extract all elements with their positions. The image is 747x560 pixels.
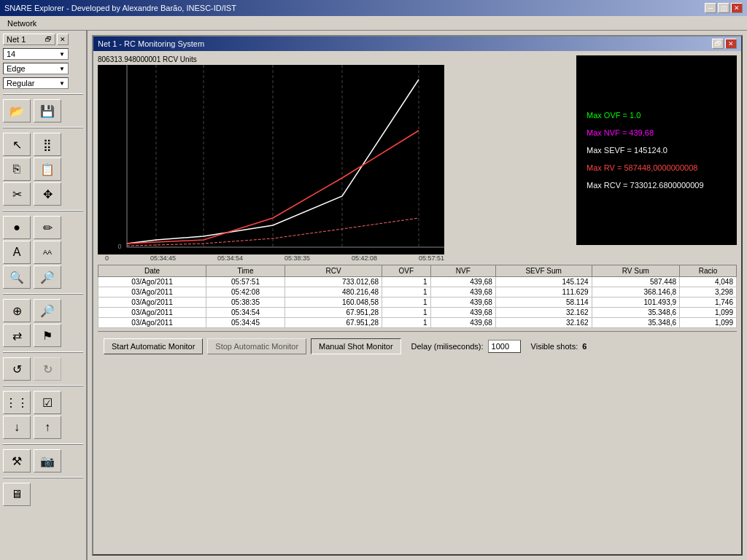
- table-row: 03/Ago/201105:34:4567.951,281439,6832.16…: [98, 318, 737, 328]
- start-automatic-button[interactable]: Start Automatic Monitor: [104, 338, 203, 354]
- cut-icon[interactable]: ✂: [3, 182, 31, 206]
- col-sevf: SEVF Sum: [495, 265, 592, 277]
- col-rcv: RCV: [285, 265, 382, 277]
- net-label-icon: 🗗: [45, 36, 52, 43]
- net-label: Net 1 🗗: [3, 34, 55, 45]
- app-title: SNARE Explorer - Developed by Alexandre …: [4, 4, 236, 12]
- table-cell-2-3: 1: [382, 298, 431, 308]
- table-container: Date Time RCV OVF NVF SEVF Sum RV Sum Ra…: [98, 265, 737, 328]
- binoculars-icon[interactable]: ⚑: [34, 324, 61, 347]
- content-area: Net 1 - RC Monitoring System 🗗 ✕ 806313.…: [88, 31, 747, 560]
- camera-icon[interactable]: 📷: [34, 449, 61, 472]
- screen-icon[interactable]: 🖥: [3, 483, 31, 506]
- xaxis-label-2: 05:34:54: [217, 254, 243, 262]
- stop-automatic-button[interactable]: Stop Automatic Monitor: [207, 338, 306, 354]
- toolbar-icon-grid-1: 📂 💾: [3, 99, 83, 122]
- table-cell-0-5: 145.124: [495, 277, 592, 287]
- table-cell-3-0: 03/Ago/2011: [98, 308, 206, 318]
- table-cell-3-5: 32.162: [495, 308, 592, 318]
- col-date: Date: [98, 265, 206, 277]
- paste-icon[interactable]: 📋: [34, 158, 61, 181]
- table-cell-4-3: 1: [382, 318, 431, 328]
- table-row: 03/Ago/201105:34:5467.951,281439,6832.16…: [98, 308, 737, 318]
- chart-container: 806313.948000001 RCV Units: [98, 55, 570, 262]
- shots-label: Visible shots:: [531, 342, 578, 351]
- node-icon[interactable]: ●: [3, 216, 31, 239]
- type-dropdown-value: Regular: [7, 79, 35, 88]
- menu-network[interactable]: Network: [3, 18, 41, 29]
- minimize-button[interactable]: ─: [705, 3, 716, 13]
- restore-button[interactable]: ◫: [718, 3, 729, 13]
- grid-icon[interactable]: ⣿: [34, 133, 61, 156]
- table-cell-3-6: 35.348,6: [592, 308, 680, 318]
- titlebar-controls: ─ ◫ ✕: [705, 3, 743, 13]
- menubar: Network: [0, 16, 747, 31]
- xaxis-label-4: 05:42:08: [352, 254, 377, 262]
- close-button[interactable]: ✕: [731, 3, 743, 13]
- down-icon[interactable]: ↓: [3, 416, 31, 439]
- left-toolbar: Net 1 🗗 ✕ 14 ▼ Edge ▼ Regular ▼ 📂 💾: [0, 31, 88, 560]
- toolbar-icon-grid-2: ↖ ⣿ ⎘ 📋 ✂ ✥: [3, 133, 83, 206]
- toolbar-icon-grid-6: ⋮⋮ ☑ ↓ ↑: [3, 391, 83, 439]
- table-cell-4-7: 1,099: [680, 318, 737, 328]
- manual-shot-button[interactable]: Manual Shot Monitor: [311, 338, 401, 354]
- toolbar-separator-6: [3, 385, 83, 386]
- xaxis-label-3: 05:38:35: [285, 254, 310, 262]
- table-cell-4-6: 35.348,6: [592, 318, 680, 328]
- toolbar-separator-1: [3, 93, 83, 95]
- text-icon[interactable]: A: [3, 241, 31, 264]
- table-cell-1-4: 439,68: [430, 287, 495, 298]
- net-close-button[interactable]: ✕: [57, 34, 69, 45]
- chart-canvas: 0: [98, 65, 444, 254]
- inner-close-button[interactable]: ✕: [725, 39, 737, 49]
- number-dropdown-value: 14: [7, 50, 15, 58]
- save-icon-symbol: 💾: [40, 104, 55, 118]
- inner-restore-button[interactable]: 🗗: [712, 39, 724, 49]
- select-icon[interactable]: ↖: [3, 133, 31, 156]
- table-row: 03/Ago/201105:42:08480.216,481439,68111.…: [98, 287, 737, 298]
- edge-dropdown-arrow: ▼: [59, 66, 65, 72]
- col-racio: Racio: [680, 265, 737, 277]
- delay-label: Delay (miliseconds):: [411, 342, 484, 351]
- search-icon[interactable]: 🔎: [34, 299, 61, 322]
- toolbar-icon-grid-8: 🖥: [3, 483, 83, 506]
- stat-rcv: Max RCV = 733012.6800000009: [587, 181, 727, 190]
- edge-dropdown[interactable]: Edge ▼: [3, 63, 69, 74]
- bigtext-icon[interactable]: AA: [34, 241, 61, 264]
- stat-nvf: Max NVF = 439,68: [587, 128, 727, 137]
- titlebar: SNARE Explorer - Developed by Alexandre …: [0, 0, 747, 16]
- route-icon[interactable]: ⇄: [3, 324, 31, 347]
- undo-icon[interactable]: ↺: [3, 357, 31, 381]
- net-header: Net 1 🗗 ✕: [3, 34, 83, 45]
- type-dropdown[interactable]: Regular ▼: [3, 77, 69, 89]
- toolbar-icon-grid-3: ● ✏ A AA 🔍 🔎: [3, 216, 83, 289]
- delay-input[interactable]: [488, 340, 521, 353]
- dots-icon[interactable]: ⋮⋮: [3, 391, 31, 414]
- toolbar-separator-3: [3, 210, 83, 211]
- number-dropdown[interactable]: 14 ▼: [3, 48, 69, 60]
- col-rv: RV Sum: [592, 265, 680, 277]
- table-header: Date Time RCV OVF NVF SEVF Sum RV Sum Ra…: [98, 265, 737, 277]
- table-cell-0-7: 4,048: [680, 277, 737, 287]
- open-icon[interactable]: 📂: [3, 99, 31, 122]
- copy-icon[interactable]: ⎘: [3, 158, 31, 181]
- net-label-text: Net 1: [7, 35, 26, 44]
- table-cell-2-7: 1,746: [680, 298, 737, 308]
- table-cell-3-1: 05:34:54: [206, 308, 285, 318]
- edge-icon[interactable]: ✏: [34, 216, 61, 239]
- data-table: Date Time RCV OVF NVF SEVF Sum RV Sum Ra…: [98, 265, 737, 328]
- redo-icon[interactable]: ↻: [34, 357, 61, 381]
- check-icon[interactable]: ☑: [34, 391, 61, 414]
- table-cell-2-0: 03/Ago/2011: [98, 298, 206, 308]
- build-icon[interactable]: ⚒: [3, 449, 31, 472]
- zoom-out-icon[interactable]: 🔎: [34, 265, 61, 289]
- up-icon[interactable]: ↑: [34, 416, 61, 439]
- save-icon[interactable]: 💾: [34, 99, 61, 122]
- inner-titlebar: Net 1 - RC Monitoring System 🗗 ✕: [93, 36, 741, 51]
- table-cell-4-4: 439,68: [430, 318, 495, 328]
- move-icon[interactable]: ✥: [34, 182, 61, 206]
- zoom-in-icon[interactable]: 🔍: [3, 265, 31, 289]
- connect-icon[interactable]: ⊕: [3, 299, 31, 322]
- inner-window: Net 1 - RC Monitoring System 🗗 ✕ 806313.…: [92, 35, 743, 556]
- shots-value: 6: [582, 342, 587, 351]
